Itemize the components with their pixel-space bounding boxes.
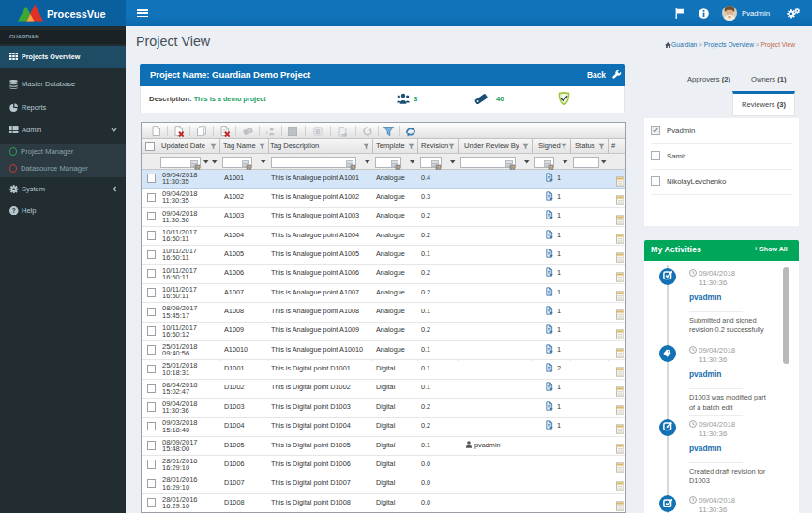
svg-text:?: ?: [12, 206, 16, 213]
svg-text:B: B: [315, 128, 320, 135]
